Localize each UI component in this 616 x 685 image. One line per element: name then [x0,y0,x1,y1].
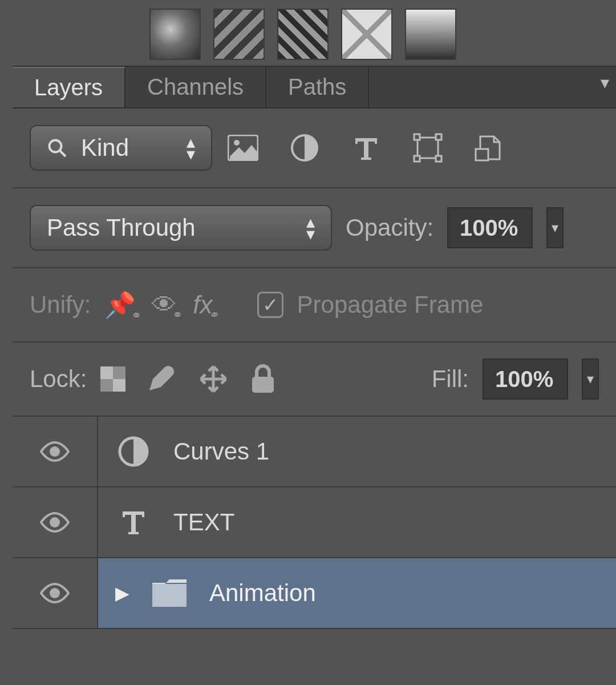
preset-swatch[interactable] [213,9,265,60]
opacity-value[interactable]: 100% [447,207,533,248]
visibility-toggle[interactable] [13,487,98,557]
lock-transparency-icon[interactable] [100,366,125,392]
tab-paths[interactable]: Paths [266,67,369,107]
svg-rect-8 [414,156,420,162]
filter-type-icon[interactable] [349,131,383,165]
lock-position-icon[interactable] [198,364,228,394]
lock-label: Lock: [30,365,87,393]
fill-dropdown-icon[interactable]: ▾ [582,358,599,400]
adjustment-layer-icon [115,433,152,470]
fill-label: Fill: [432,365,469,393]
fill-value[interactable]: 100% [483,358,568,400]
panel-menu-icon[interactable]: ▾ [594,70,616,95]
filter-kind-label: Kind [81,134,129,162]
layer-list: Curves 1 TEXT ▶ Animat [13,417,616,629]
type-layer-icon [115,504,152,541]
propagate-frame-checkbox[interactable]: ✓ [257,292,283,318]
preset-swatch[interactable] [405,9,456,60]
opacity-label: Opacity: [346,214,433,241]
svg-rect-9 [436,156,441,162]
blend-opacity-row: Pass Through ▴▾ Opacity: 100% ▾ [13,188,616,268]
svg-rect-13 [113,379,125,392]
svg-rect-12 [100,366,113,379]
propagate-frame-label: Propagate Frame [297,291,484,319]
search-icon [47,138,67,158]
preset-swatch-strip [13,0,616,66]
layer-name: TEXT [173,509,234,536]
svg-point-0 [50,140,62,152]
filter-smartobject-icon[interactable] [472,131,506,165]
svg-rect-14 [252,377,274,393]
layer-row[interactable]: ▶ Animation [13,558,616,629]
filter-adjustment-icon[interactable] [287,131,322,165]
unify-style-icon[interactable]: fx⚭ [193,291,212,319]
filter-shape-icon[interactable] [411,131,445,165]
filter-pixel-icon[interactable] [226,131,260,165]
unify-position-icon[interactable]: 📌⚭ [104,290,136,320]
blend-mode-value: Pass Through [47,214,196,241]
lock-pixels-icon[interactable] [147,364,177,394]
svg-rect-10 [476,149,488,160]
svg-rect-6 [414,134,420,140]
opacity-dropdown-icon[interactable]: ▾ [546,207,564,248]
visibility-toggle[interactable] [13,417,98,486]
folder-icon [151,575,188,611]
tab-channels[interactable]: Channels [125,67,266,107]
filter-kind-dropdown[interactable]: Kind ▴▾ [30,125,212,171]
expand-arrow-icon[interactable]: ▶ [115,582,129,604]
preset-swatch[interactable] [149,9,201,60]
unify-row: Unify: 📌⚭ 👁⚭ fx⚭ ✓ Propagate Frame [13,268,616,342]
layer-row[interactable]: Curves 1 [13,417,616,487]
svg-point-3 [234,140,240,146]
svg-point-15 [50,446,60,457]
lock-fill-row: Lock: Fill: 100% ▾ [13,342,616,417]
layer-row[interactable]: TEXT [13,487,616,558]
svg-line-1 [60,151,66,157]
visibility-toggle[interactable] [13,558,98,628]
layer-name: Curves 1 [173,438,269,465]
lock-all-icon[interactable] [250,364,276,394]
svg-point-18 [50,588,60,598]
svg-point-17 [50,517,60,527]
svg-rect-19 [152,584,187,607]
svg-rect-7 [436,134,441,140]
preset-swatch[interactable] [341,9,392,60]
unify-label: Unify: [30,291,91,319]
tab-layers[interactable]: Layers [13,67,125,107]
blend-mode-dropdown[interactable]: Pass Through ▴▾ [30,205,332,251]
unify-visibility-icon[interactable]: 👁⚭ [152,291,177,319]
sort-arrows-icon: ▴▾ [187,136,195,160]
preset-swatch[interactable] [277,9,329,60]
layer-name: Animation [209,579,316,607]
panel-tab-bar: Layers Channels Paths ▾ [13,66,616,108]
sort-arrows-icon: ▴▾ [306,216,315,240]
layer-filter-row: Kind ▴▾ [13,108,616,188]
